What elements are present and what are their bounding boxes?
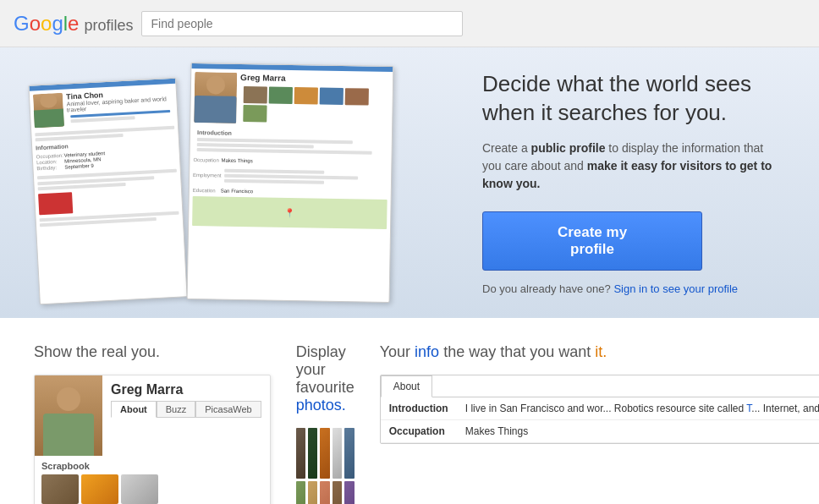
feature-title-1: Show the real you.	[34, 343, 271, 361]
profile-tab-picasaweb[interactable]: PicasaWeb	[195, 401, 261, 417]
photos-grid	[296, 428, 355, 504]
photo-8	[320, 481, 329, 504]
profile-demo-tabs: About Buzz PicasaWeb	[111, 401, 261, 418]
scrapbook-photo-2	[81, 474, 118, 504]
mockup-avatar-1	[33, 93, 64, 129]
mockup-map: 📍	[192, 196, 388, 229]
scrapbook-photo-1	[41, 474, 79, 504]
scrapbook-label: Scrapbook	[41, 461, 263, 471]
info-row-occupation: Occupation Makes Things	[381, 420, 819, 443]
signin-text: Do you already have one? Sign in to see …	[482, 282, 785, 295]
hero-headline: Decide what the world sees when it searc…	[482, 70, 785, 128]
scrapbook-photo-3	[121, 474, 158, 504]
profile-tab-about[interactable]: About	[111, 401, 157, 418]
photo-4	[333, 428, 342, 479]
info-value-introduction: I live in San Francisco and wor... Robot…	[465, 403, 819, 414]
profile-demo-avatar	[35, 375, 102, 456]
photo-7	[308, 481, 317, 504]
logo-profiles-text: profiles	[84, 17, 133, 35]
features-section: Show the real you. Greg Marra About Buzz…	[0, 318, 819, 504]
feature-col-1: Show the real you. Greg Marra About Buzz…	[34, 343, 271, 504]
signin-link[interactable]: Sign in to see your profile	[613, 282, 738, 295]
photo-1	[296, 428, 305, 479]
photo-9	[333, 481, 342, 504]
mockup-card-2: Greg Marra Introduction	[187, 63, 394, 303]
header: Google profiles	[0, 0, 819, 47]
info-tabs: About	[381, 375, 819, 397]
hero-subtext: Create a public profile to display the i…	[482, 140, 785, 193]
logo: Google profiles	[14, 12, 133, 36]
create-profile-button[interactable]: Create my profile	[482, 211, 702, 271]
feature-col-2: Display your favourite photos.	[296, 343, 355, 504]
info-label-introduction: Introduction	[389, 403, 465, 414]
mockup-name-2: Greg Marra	[240, 73, 389, 85]
profile-mockups: Tina Chon Animal lover, aspiring baker a…	[34, 64, 457, 301]
scrapbook-photos	[41, 474, 263, 504]
profile-demo-name: Greg Marra	[111, 382, 261, 397]
info-card: About Introduction I live in San Francis…	[380, 375, 819, 444]
photo-3	[320, 428, 329, 479]
hero-text: Decide what the world sees when it searc…	[482, 70, 785, 295]
hero-section: Tina Chon Animal lover, aspiring baker a…	[0, 47, 819, 318]
photo-5	[344, 428, 354, 479]
info-label-occupation: Occupation	[389, 425, 465, 437]
photo-6	[296, 481, 305, 504]
profile-tab-buzz[interactable]: Buzz	[157, 401, 195, 417]
info-tab-about[interactable]: About	[381, 375, 432, 397]
photo-2	[308, 428, 317, 479]
feature-title-3: Your info the way that you want it.	[380, 343, 819, 361]
info-row-introduction: Introduction I live in San Francisco and…	[381, 397, 819, 420]
mockup-avatar-2	[194, 72, 237, 123]
logo-google-text: Google	[14, 12, 79, 36]
info-value-occupation: Makes Things	[465, 425, 819, 437]
feature-title-2: Display your favourite photos.	[296, 343, 355, 414]
search-input[interactable]	[141, 11, 463, 36]
photo-10	[344, 481, 354, 504]
mockup-card-1: Tina Chon Animal lover, aspiring baker a…	[28, 78, 187, 305]
feature-col-3: Your info the way that you want it. Abou…	[380, 343, 819, 504]
profile-demo-card: Greg Marra About Buzz PicasaWeb Scrapboo…	[34, 375, 271, 504]
